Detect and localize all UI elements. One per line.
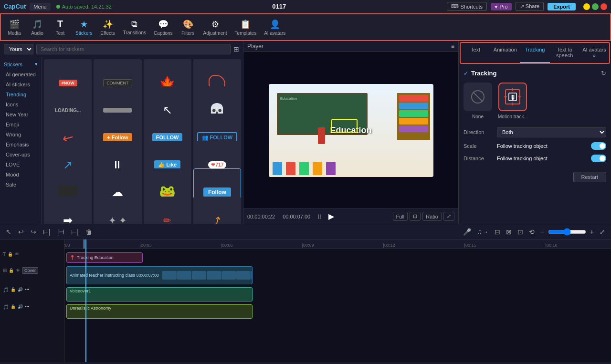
scale-toggle[interactable] [591, 142, 606, 150]
text-track-icon: T [3, 252, 6, 257]
cat-trending[interactable]: Trending [2, 90, 40, 99]
track-option-motion[interactable]: Motion track... [498, 83, 528, 119]
cat-cover-ups[interactable]: Cover-ups [2, 150, 40, 159]
tracking-clip[interactable]: 📍 Tracking Education [66, 252, 143, 263]
toolbar-item-stickers[interactable]: ★ Stickers [72, 17, 96, 38]
expand-button[interactable]: ⤢ [443, 212, 454, 221]
cat-icons[interactable]: Icons [2, 100, 40, 109]
trim-right[interactable]: ⊢| [69, 227, 81, 237]
audio-detach[interactable]: ⊟ [493, 227, 502, 237]
trim-left[interactable]: |⊣ [55, 227, 67, 237]
toolbar-item-filters[interactable]: 🎨 Filters [177, 17, 200, 38]
sticker-red-pen[interactable]: ✏ ⬇ [144, 197, 191, 224]
audio-tools[interactable]: ⊠ [504, 227, 514, 237]
cat-stickers-header[interactable]: Stickers ▾ [0, 59, 42, 69]
toolbar-item-captions[interactable]: 💬 Captions [150, 17, 176, 38]
topbar: CapCut Menu Auto saved: 14:21:32 0117 ⌨ … [0, 0, 611, 13]
menu-button[interactable]: Menu [30, 3, 51, 10]
track-row-video: Animated teacher instructing class 00:00… [64, 264, 611, 286]
direction-select[interactable]: Both Horizontal Vertical [497, 127, 606, 137]
playhead[interactable] [84, 239, 84, 249]
shortcuts-button[interactable]: ⌨ Shortcuts [447, 2, 487, 11]
split-button[interactable]: ⊢| [41, 227, 53, 237]
eye-icon: 👁 [15, 252, 19, 257]
cover-button[interactable]: Cover [22, 267, 38, 274]
cat-love[interactable]: LOVE [2, 160, 40, 169]
ratio-button[interactable]: Ratio [422, 212, 442, 221]
distance-toggle[interactable] [591, 155, 606, 162]
keyboard-icon: ⌨ [451, 3, 459, 10]
sticker-grid: #NOW ⬇ COMMENT ⬇ 🍁 ⬇ ⬇ LOADING... [42, 57, 243, 224]
cat-emoji[interactable]: Emoji [2, 120, 40, 129]
caption-btn[interactable]: ⊡ [516, 227, 525, 237]
zoom-in[interactable]: + [588, 227, 596, 237]
cat-ai-generated[interactable]: AI generated [2, 70, 40, 79]
mic-button[interactable]: 🎤 [461, 227, 473, 237]
effects-tl[interactable]: ⟲ [527, 227, 537, 237]
zoom-out[interactable]: − [538, 227, 546, 237]
tracking-title: Tracking [471, 70, 496, 77]
audio-extract[interactable]: ♫→ [475, 227, 491, 237]
music-clip[interactable]: Unrealistic Astronomy [66, 304, 253, 319]
toolbar-item-transitions[interactable]: ⧉ Transitions [119, 17, 150, 37]
player-menu-icon[interactable]: ≡ [451, 43, 454, 50]
maximize-button[interactable] [592, 3, 599, 10]
toolbar-item-media[interactable]: 🎬 Media [3, 17, 26, 38]
video-clip[interactable]: Animated teacher instructing class 00:00… [66, 266, 253, 284]
sticker-gold-arrow[interactable]: ↗ ⬇ [193, 197, 241, 224]
cat-wrong[interactable]: Wrong [2, 130, 40, 139]
yours-select[interactable]: Yours [4, 44, 33, 54]
shortcuts-label: Shortcuts [461, 4, 483, 10]
track-option-none[interactable]: None [464, 83, 492, 119]
thumbnail-strip [162, 267, 253, 284]
text-icon: T [57, 19, 63, 30]
tab-tracking[interactable]: Tracking [520, 43, 549, 63]
voiceover-clip[interactable]: Voiceover1 [66, 287, 253, 302]
filter-button[interactable]: ⊞ [233, 45, 239, 53]
full-button[interactable]: Full [393, 212, 408, 221]
tracking-header: ✓ Tracking ↻ [464, 70, 606, 77]
minimize-button[interactable] [583, 3, 590, 10]
restart-button[interactable]: Restart [573, 172, 606, 182]
gold-arrow-icon: ↗ [211, 213, 224, 224]
undo-button[interactable]: ↩ [16, 227, 26, 237]
cat-ai-stickers[interactable]: AI stickers [2, 80, 40, 89]
search-input[interactable] [36, 44, 231, 54]
tab-text-to-speech[interactable]: Text to speech [550, 43, 579, 63]
play-button[interactable]: ▶ [328, 212, 334, 221]
cat-sale[interactable]: Sale [2, 180, 40, 189]
redo-button[interactable]: ↪ [29, 227, 38, 237]
toolbar-item-effects[interactable]: ✨ Effects [96, 17, 119, 38]
tab-animation[interactable]: Animation [490, 43, 520, 63]
sticker-sparkle[interactable]: ✦ ✦ ⬇ [94, 197, 141, 224]
toolbar-item-adjustment[interactable]: ⚙ Adjustment [200, 17, 231, 38]
export-button[interactable]: Export [548, 3, 576, 10]
refresh-button[interactable]: ↻ [601, 70, 606, 77]
timeline-toolbar: ↖ ↩ ↪ ⊢| |⊣ ⊢| 🗑 🎤 ♫→ ⊟ ⊠ ⊡ ⟲ − + ⤢ [0, 224, 611, 239]
sticker-white-arrow[interactable]: ➡ ⬇ [44, 197, 92, 224]
toolbar-item-templates[interactable]: 📋 Templates [231, 17, 261, 38]
toolbar-label-stickers: Stickers [75, 31, 93, 36]
toolbar-label-captions: Captions [154, 31, 172, 36]
close-button[interactable] [600, 3, 607, 10]
pro-label: Pro [500, 4, 508, 10]
cat-mood[interactable]: Mood [2, 170, 40, 179]
toolbar-item-text[interactable]: T Text [49, 17, 72, 38]
cat-new-year[interactable]: New Year [2, 110, 40, 119]
autosave-status: Auto saved: 14:21:32 [56, 4, 112, 10]
tab-text[interactable]: Text [461, 43, 490, 63]
toolbar-item-ai-avatars[interactable]: 👤 AI avatars [260, 17, 289, 38]
cat-emphasis[interactable]: Emphasis [2, 140, 40, 149]
delete-button[interactable]: 🗑 [84, 227, 94, 237]
more-icon-2: ••• [25, 304, 29, 309]
right-content: ✓ Tracking ↻ None [459, 65, 611, 224]
zoom-fit[interactable]: ⤢ [598, 227, 607, 237]
zoom-slider[interactable] [548, 228, 586, 236]
share-button[interactable]: ↗ Share [516, 2, 544, 11]
distance-row: Distance Follow tracking object [464, 155, 606, 162]
fit-button[interactable]: ⊡ [410, 212, 421, 221]
tab-ai-avatars[interactable]: AI avatars » [579, 43, 609, 63]
toolbar-item-audio[interactable]: 🎵 Audio [26, 17, 49, 38]
main-layout: Yours ⊞ Stickers ▾ AI generated AI stick… [0, 41, 611, 224]
select-tool[interactable]: ↖ [4, 227, 13, 237]
